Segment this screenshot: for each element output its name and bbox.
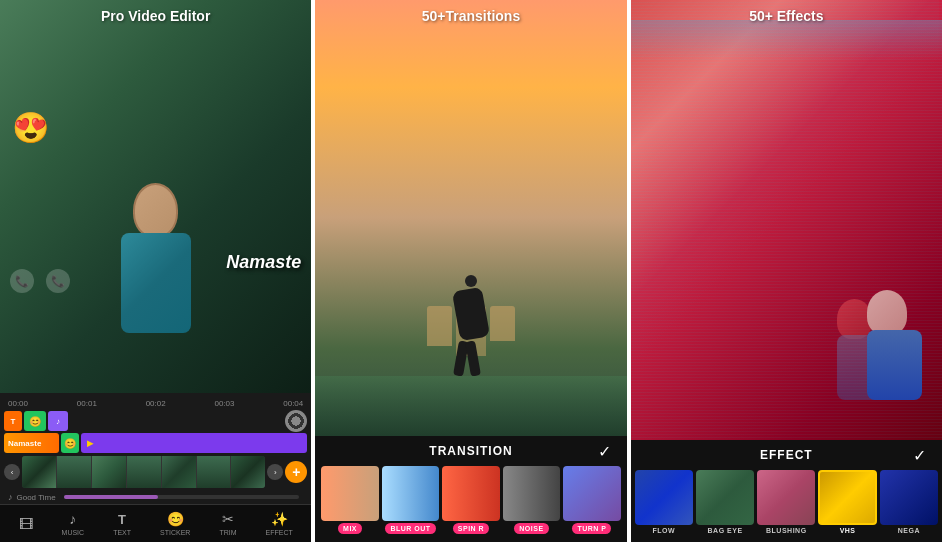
- toolbar-text[interactable]: T TEXT: [113, 512, 131, 536]
- trans-chip-turn[interactable]: TURN P: [563, 466, 620, 534]
- trans-chip-spin[interactable]: SPIN R: [442, 466, 499, 534]
- phone-end-icon[interactable]: 📞: [10, 269, 34, 293]
- panel-video-editor: Pro Video Editor 😍 Namaste 📞 📞 00:00 00:…: [0, 0, 311, 542]
- namaste-label: Namaste: [226, 252, 301, 273]
- text-label-tb: TEXT: [113, 529, 131, 536]
- trans-label-mix: MIX: [338, 523, 362, 534]
- effects-label-row: EFFECT ✓: [631, 440, 942, 466]
- transitions-panel-bottom: TRANSITION ✓ MIX BLUR OUT SPIN R NOISE: [315, 436, 626, 542]
- effect-chip-blushing[interactable]: BLUSHING: [757, 470, 815, 534]
- trans-thumb-turn: [563, 466, 620, 521]
- transition-label: TRANSITION: [429, 444, 512, 458]
- timeline-nav-left[interactable]: ‹: [4, 464, 20, 480]
- text-icon: T: [118, 512, 126, 527]
- trans-label-spin: SPIN R: [453, 523, 489, 534]
- effect-thumb-nega: [880, 470, 938, 525]
- video-thumb-5: [162, 456, 196, 488]
- person-head: [133, 183, 178, 238]
- video-strip-row: ‹ › +: [4, 454, 307, 490]
- effect-thumb-blushing: [757, 470, 815, 525]
- trans-thumb-mix: [321, 466, 378, 521]
- bottom-toolbar: 🎞 ♪ MUSIC T TEXT 😊 STICKER ✂ TRIM ✨ EFFE…: [0, 504, 311, 542]
- water-reflection: [315, 376, 626, 436]
- timeline-nav-right[interactable]: ›: [267, 464, 283, 480]
- video-preview-area: Pro Video Editor 😍 Namaste 📞 📞: [0, 0, 311, 393]
- add-clip-button[interactable]: +: [285, 461, 307, 483]
- transition-label-row: TRANSITION ✓: [315, 436, 626, 462]
- effect-label-blushing: BLUSHING: [766, 527, 807, 534]
- video-thumb-2: [57, 456, 91, 488]
- effect-label-flow: FLOW: [652, 527, 675, 534]
- clip-purple-long[interactable]: ▶: [81, 433, 307, 453]
- emoji-sticker[interactable]: 😍: [12, 110, 49, 145]
- trans-thumb-noise: [503, 466, 560, 521]
- video-thumb-1: [22, 456, 56, 488]
- video-filmstrip[interactable]: [22, 456, 265, 488]
- transition-chips-row: MIX BLUR OUT SPIN R NOISE TURN P: [315, 462, 626, 542]
- effects-label: EFFECT: [760, 448, 813, 462]
- phone-accept-icon[interactable]: 📞: [46, 269, 70, 293]
- trans-chip-blur[interactable]: BLUR OUT: [382, 466, 439, 534]
- ruler-mark-3: 00:03: [214, 399, 234, 408]
- person-figure: [106, 183, 206, 343]
- phone-icons-row: 📞 📞: [10, 269, 70, 293]
- clip-emoji[interactable]: 😊: [24, 411, 46, 431]
- effect-label-vhs: VHS: [840, 527, 856, 534]
- trans-label-turn: TURN P: [572, 523, 611, 534]
- effects-video-area: 50+ Effects: [631, 0, 942, 440]
- toolbar-trim[interactable]: ✂ TRIM: [219, 511, 236, 536]
- effect-chip-nega[interactable]: NEGA: [880, 470, 938, 534]
- trans-chip-noise[interactable]: NOISE: [503, 466, 560, 534]
- panel-effects: 50+ Effects EFFECT ✓ FLOW BAG EYE BLUSHI…: [631, 0, 942, 542]
- video-thumb-7: [231, 456, 265, 488]
- music-note-icon: ♪: [8, 492, 13, 502]
- trans-thumb-blur: [382, 466, 439, 521]
- trans-label-noise: NOISE: [514, 523, 548, 534]
- effect-chip-flow[interactable]: FLOW: [635, 470, 693, 534]
- music-bar: ♪ Good Time: [4, 490, 307, 504]
- music-icon: ♪: [69, 511, 76, 527]
- sticker-icon: 😊: [167, 511, 184, 527]
- clip-namaste[interactable]: Namaste: [4, 433, 59, 453]
- panel1-title: Pro Video Editor: [101, 8, 210, 24]
- effect-chip-bag[interactable]: BAG EYE: [696, 470, 754, 534]
- effect-thumb-flow: [635, 470, 693, 525]
- toolbar-music[interactable]: ♪ MUSIC: [62, 511, 85, 536]
- effect-thumb-bag: [696, 470, 754, 525]
- disc-icon: [285, 410, 307, 432]
- trim-icon: ✂: [222, 511, 234, 527]
- sticker-label-tb: STICKER: [160, 529, 190, 536]
- video-thumb-4: [127, 456, 161, 488]
- track-row-namaste: Namaste 😊 ▶: [4, 432, 307, 454]
- music-label: Good Time: [17, 493, 56, 502]
- panel3-title: 50+ Effects: [749, 8, 823, 24]
- person-body: [121, 233, 191, 333]
- effects-checkmark[interactable]: ✓: [913, 446, 926, 465]
- clip-text[interactable]: T: [4, 411, 22, 431]
- video-icon: 🎞: [19, 516, 33, 532]
- trans-chip-mix[interactable]: MIX: [321, 466, 378, 534]
- track-row-icons: T 😊 ♪: [4, 410, 307, 432]
- toolbar-video[interactable]: 🎞: [19, 516, 33, 532]
- effects-panel-bottom: EFFECT ✓ FLOW BAG EYE BLUSHING VHS N: [631, 440, 942, 542]
- music-label-tb: MUSIC: [62, 529, 85, 536]
- ruler-mark-0: 00:00: [8, 399, 28, 408]
- ruler-mark-2: 00:02: [146, 399, 166, 408]
- transitions-video-area: 50+Transitions: [315, 0, 626, 436]
- panel2-title: 50+Transitions: [422, 8, 520, 24]
- effects-person-figure: [867, 290, 922, 400]
- ruler-mark-1: 00:01: [77, 399, 97, 408]
- dancer-figure: [456, 275, 486, 376]
- effect-chip-vhs[interactable]: VHS: [818, 470, 876, 534]
- toolbar-sticker[interactable]: 😊 STICKER: [160, 511, 190, 536]
- transition-checkmark[interactable]: ✓: [598, 442, 611, 461]
- timeline-area: 00:00 00:01 00:02 00:03 00:04 T 😊 ♪ Nama…: [0, 393, 311, 504]
- effect-label-tb: EFFECT: [266, 529, 293, 536]
- effect-label-bag: BAG EYE: [708, 527, 743, 534]
- clip-emoji2[interactable]: 😊: [61, 433, 79, 453]
- video-thumb-3: [92, 456, 126, 488]
- trim-label-tb: TRIM: [219, 529, 236, 536]
- toolbar-effect[interactable]: ✨ EFFECT: [266, 511, 293, 536]
- clip-music[interactable]: ♪: [48, 411, 68, 431]
- trans-label-blur: BLUR OUT: [385, 523, 435, 534]
